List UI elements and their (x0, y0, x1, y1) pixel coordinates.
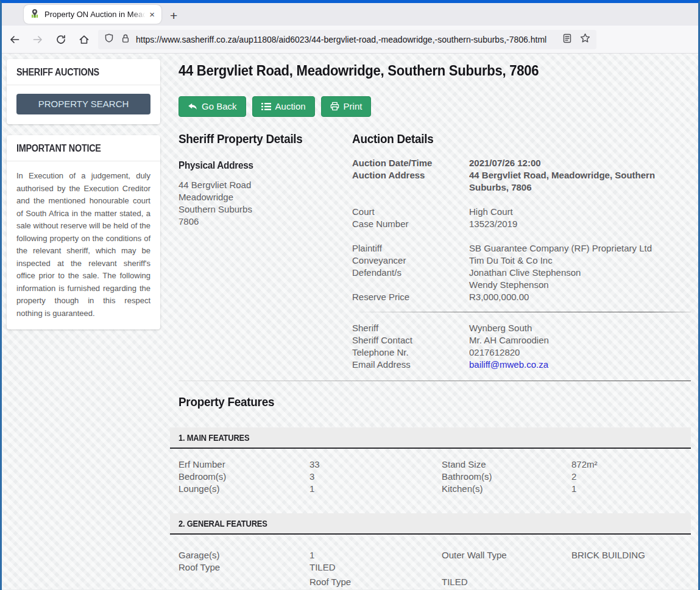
address-line: 44 Bergvliet Road (179, 179, 352, 191)
tracking-shield-icon[interactable] (104, 33, 114, 46)
url-text[interactable]: https://www.sasheriff.co.za/aup11808/aid… (136, 35, 557, 44)
url-bar[interactable]: https://www.sasheriff.co.za/aup11808/aid… (98, 30, 596, 49)
property-features-heading: Property Features (179, 395, 640, 409)
general-features-table: Garage(s) 1 Outer Wall Type BRICK BUILDI… (179, 535, 691, 588)
navigation-toolbar: https://www.sasheriff.co.za/aup11808/aid… (2, 26, 698, 54)
reserve-price-row: Reserve Price R3,000,000.00 (352, 291, 691, 303)
important-notice-card: IMPORTANT NOTICE In Execution of a judge… (7, 135, 160, 329)
lock-icon[interactable] (121, 33, 130, 46)
address-line: 7806 (179, 216, 352, 228)
defendant-name: Jonathan Clive Stephenson (469, 267, 691, 279)
action-buttons: Go Back Auction (179, 96, 691, 117)
feature-row: Roof Type TILED (179, 576, 691, 588)
list-icon (261, 102, 271, 111)
printer-icon (330, 102, 339, 111)
tab-bar: Property ON Auction in Meado × + (2, 3, 698, 26)
back-icon[interactable] (9, 34, 20, 45)
site-favicon-pin-icon (30, 9, 40, 21)
feature-row: Roof Type TILED (179, 561, 691, 574)
reload-icon[interactable] (55, 34, 66, 45)
case-number-row: Case Number 13523/2019 (352, 218, 691, 230)
sheriff-contact-row: Sheriff Contact Mr. AH Camroodien (352, 334, 691, 346)
tab-title: Property ON Auction in Meado (44, 10, 147, 19)
email-link[interactable]: bailiff@mweb.co.za (469, 359, 548, 370)
auction-label: Auction (275, 101, 306, 111)
go-back-label: Go Back (202, 101, 237, 111)
property-search-button[interactable]: PROPERTY SEARCH (16, 94, 150, 114)
browser-window: Property ON Auction in Meado × + (0, 0, 700, 590)
conveyancer-row: Conveyancer Tim Du Toit & Co Inc (352, 255, 691, 267)
telephone-row: Telephone Nr. 0217612820 (352, 346, 691, 359)
defendant-name: Wendy Stephenson (469, 279, 691, 291)
main-features-table: Erf Number 33 Stand Size 872m² Bedroom(s… (179, 449, 691, 495)
address-line: Meadowridge (179, 191, 352, 203)
feature-row: Bedroom(s) 3 Bathroom(s) 2 (179, 471, 691, 483)
general-features-section-header: 2. GENERAL FEATURES (170, 513, 691, 535)
plaintiff-row: Plaintiff SB Guarantee Company (RF) Prop… (352, 242, 691, 255)
main-content: 44 Bergvliet Road, Meadowridge, Southern… (179, 59, 692, 589)
physical-address-heading: Physical Address (179, 160, 335, 172)
print-label: Print (344, 101, 362, 111)
divider (352, 312, 691, 312)
email-row: Email Address bailiff@mweb.co.za (352, 359, 691, 371)
divider (179, 381, 691, 381)
reply-arrow-icon (188, 102, 197, 111)
auction-details-heading: Auction Details (352, 132, 657, 146)
court-row: Court High Court (352, 206, 691, 218)
auction-button[interactable]: Auction (252, 96, 315, 117)
feature-row: Garage(s) 1 Outer Wall Type BRICK BUILDI… (179, 549, 691, 561)
home-icon[interactable] (79, 34, 90, 45)
page-content: SHERIFF AUCTIONS PROPERTY SEARCH IMPORTA… (2, 54, 698, 589)
important-notice-title: IMPORTANT NOTICE (16, 143, 101, 154)
forward-icon[interactable] (32, 34, 43, 45)
property-details-heading: Sheriff Property Details (179, 132, 335, 146)
auction-address-row: Auction Address 44 Bergvliet Road, Meado… (352, 169, 691, 194)
sheriff-auctions-title: SHERIFF AUCTIONS (16, 67, 99, 78)
sheriff-property-details: Sheriff Property Details Physical Addres… (179, 132, 352, 371)
feature-row: Erf Number 33 Stand Size 872m² (179, 458, 691, 471)
feature-row: Lounge(s) 1 Kitchen(s) 1 (179, 483, 691, 495)
reader-mode-icon[interactable] (563, 33, 571, 46)
defendant-row: Defendant/s Jonathan Clive Stephenson We… (352, 267, 691, 291)
bookmark-star-icon[interactable] (580, 33, 590, 46)
print-button[interactable]: Print (321, 96, 372, 117)
new-tab-button[interactable]: + (170, 9, 177, 22)
sidebar: SHERIFF AUCTIONS PROPERTY SEARCH IMPORTA… (7, 59, 160, 589)
auction-date-row: Auction Date/Time 2021/07/26 12:00 (352, 157, 691, 169)
address-line: Southern Suburbs (179, 203, 352, 216)
tab-close-icon[interactable]: × (147, 9, 157, 20)
go-back-button[interactable]: Go Back (179, 96, 246, 117)
page-title: 44 Bergvliet Road, Meadowridge, Southern… (179, 62, 650, 79)
browser-tab[interactable]: Property ON Auction in Meado × (24, 5, 161, 24)
sheriff-auctions-card: SHERIFF AUCTIONS PROPERTY SEARCH (7, 59, 160, 124)
sheriff-row: Sheriff Wynberg South (352, 322, 691, 334)
auction-details: Auction Details Auction Date/Time 2021/0… (352, 132, 691, 371)
important-notice-text: In Execution of a judgement, duly author… (16, 170, 150, 320)
main-features-section-header: 1. MAIN FEATURES (170, 427, 691, 449)
